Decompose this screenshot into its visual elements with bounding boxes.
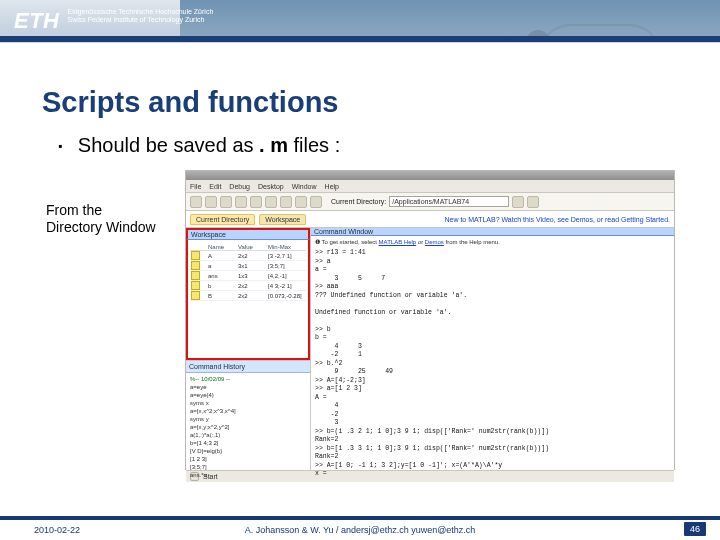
- matlab-titlebar: [186, 171, 674, 180]
- ws-row[interactable]: b2x2[4 3;-2 1]: [190, 281, 306, 291]
- ws-cell: A: [208, 253, 238, 259]
- hist-line: [3;5;7]: [190, 463, 306, 471]
- hist-line: ans.*a: [190, 471, 306, 479]
- curdir-label: Current Directory:: [331, 198, 386, 205]
- open-file-icon[interactable]: [205, 196, 217, 208]
- ws-cell: [3 -2,7 1]: [268, 253, 304, 259]
- ws-cell: [0.073,-0.28]: [268, 293, 304, 299]
- workspace-pane: Workspace Name Value Min-Max A2x2[3 -2,7…: [186, 228, 310, 360]
- bullet-1-bold: . m: [259, 134, 288, 156]
- caption-l1: From the: [46, 202, 156, 219]
- browse-folder-icon[interactable]: [512, 196, 524, 208]
- bullet-1-pre: Should be saved as: [78, 134, 254, 156]
- ws-col-value: Value: [238, 244, 268, 250]
- new-file-icon[interactable]: [190, 196, 202, 208]
- eth-logo-line1: Eidgenössische Technische Hochschule Zür…: [68, 8, 214, 16]
- paste-icon[interactable]: [250, 196, 262, 208]
- hist-line: a=[x,y;x^2,y^2]: [190, 423, 306, 431]
- ws-col-name: Name: [208, 244, 238, 250]
- demos-link[interactable]: Demos: [425, 239, 444, 245]
- undo-icon[interactable]: [265, 196, 277, 208]
- ws-cell: b: [208, 283, 238, 289]
- intro-post: from the Help menu.: [446, 239, 500, 245]
- command-history-pane: Command History %-- 10/02/09 -- a=eye a=…: [186, 360, 310, 470]
- menu-file[interactable]: File: [190, 183, 201, 190]
- matlab-help-link[interactable]: MATLAB Help: [379, 239, 417, 245]
- menu-window[interactable]: Window: [292, 183, 317, 190]
- variable-icon: [191, 261, 200, 270]
- footer-authors: A. Johansson & W. Yu / andersj@ethz.ch y…: [245, 525, 476, 535]
- ws-cell: ans: [208, 273, 238, 279]
- up-folder-icon[interactable]: [527, 196, 539, 208]
- hist-line: a=eye(4): [190, 391, 306, 399]
- help-icon[interactable]: [310, 196, 322, 208]
- ws-col-range: Min-Max: [268, 244, 304, 250]
- bullet-list: Should be saved as . m files :: [58, 134, 340, 157]
- ws-row[interactable]: B2x2[0.073,-0.28]: [190, 291, 306, 301]
- intro-pre: To get started, select: [322, 239, 379, 245]
- ws-cell: [4 3;-2 1]: [268, 283, 304, 289]
- menu-edit[interactable]: Edit: [209, 183, 221, 190]
- getting-started-banner: ❶ To get started, select MATLAB Help or …: [311, 236, 674, 247]
- footer-date: 2010-02-22: [34, 525, 80, 535]
- eth-logo-line2: Swiss Federal Institute of Technology Zu…: [68, 16, 214, 24]
- menu-desktop[interactable]: Desktop: [258, 183, 284, 190]
- eth-logo: ETH Eidgenössische Technische Hochschule…: [14, 8, 213, 34]
- menu-help[interactable]: Help: [325, 183, 339, 190]
- hist-line: a=eye: [190, 383, 306, 391]
- redo-icon[interactable]: [280, 196, 292, 208]
- ws-cell: 2x2: [238, 293, 268, 299]
- tab-current-directory[interactable]: Current Directory: [190, 214, 255, 225]
- hist-line: syms x: [190, 399, 306, 407]
- tab-workspace[interactable]: Workspace: [259, 214, 306, 225]
- eth-logo-text: Eidgenössische Technische Hochschule Zür…: [68, 8, 214, 24]
- hist-line: %-- 10/02/09 --: [190, 375, 306, 383]
- matlab-window: File Edit Debug Desktop Window Help Curr…: [185, 170, 675, 470]
- ws-cell: [4,2,-1]: [268, 273, 304, 279]
- hist-line: a=[x,x^2;x^3,x^4]: [190, 407, 306, 415]
- eth-logo-mark: ETH: [14, 8, 60, 34]
- command-history-body[interactable]: %-- 10/02/09 -- a=eye a=eye(4) syms x a=…: [186, 373, 310, 481]
- ws-cell: 2x2: [238, 253, 268, 259]
- slide-footer: 2010-02-22 A. Johansson & W. Yu / anders…: [0, 516, 720, 540]
- hist-line: a(1,:)*a(:,1): [190, 431, 306, 439]
- matlab-panes: Workspace Name Value Min-Max A2x2[3 -2,7…: [186, 228, 674, 470]
- simulink-icon[interactable]: [295, 196, 307, 208]
- slide-banner: ETH Eidgenössische Technische Hochschule…: [0, 0, 720, 68]
- command-window-body[interactable]: >> r13 = 1:41 >> a a = 3 5 7 >> aaa ??? …: [311, 247, 674, 481]
- ws-row[interactable]: ans1x3[4,2,-1]: [190, 271, 306, 281]
- slide-title: Scripts and functions: [42, 86, 338, 119]
- caption-l2: Directory Window: [46, 219, 156, 236]
- workspace-header: Workspace: [186, 228, 310, 240]
- slide: ETH Eidgenössische Technische Hochschule…: [0, 0, 720, 540]
- ws-row[interactable]: A2x2[3 -2,7 1]: [190, 251, 306, 261]
- variable-icon: [191, 281, 200, 290]
- ws-row[interactable]: a3x1[3;5;7]: [190, 261, 306, 271]
- cut-icon[interactable]: [220, 196, 232, 208]
- curdir-value: /Applications/MATLAB74: [392, 198, 469, 205]
- command-history-header: Command History: [186, 361, 310, 373]
- intro-mid: or: [418, 239, 425, 245]
- bullet-1-post: files :: [294, 134, 341, 156]
- bullet-1: Should be saved as . m files :: [58, 134, 340, 156]
- command-window-header: Command Window: [311, 228, 674, 236]
- menu-debug[interactable]: Debug: [229, 183, 250, 190]
- ws-cell: 2x2: [238, 283, 268, 289]
- left-column: Workspace Name Value Min-Max A2x2[3 -2,7…: [186, 228, 311, 470]
- right-column: Command Window ❶ To get started, select …: [311, 228, 674, 470]
- current-directory-control: Current Directory: /Applications/MATLAB7…: [331, 196, 539, 208]
- matlab-toolbar: Current Directory: /Applications/MATLAB7…: [186, 193, 674, 211]
- hist-line: [1 2 3]: [190, 455, 306, 463]
- getting-started-link[interactable]: New to MATLAB? Watch this Video, see Dem…: [444, 216, 670, 223]
- ws-cell: a: [208, 263, 238, 269]
- shortcuts-bar: Current Directory Workspace New to MATLA…: [186, 211, 674, 228]
- variable-icon: [191, 251, 200, 260]
- caption: From the Directory Window: [46, 202, 156, 236]
- workspace-table: Name Value Min-Max A2x2[3 -2,7 1] a3x1[3…: [190, 244, 306, 301]
- ws-cell: [3;5;7]: [268, 263, 304, 269]
- ws-cell: 3x1: [238, 263, 268, 269]
- curdir-field[interactable]: /Applications/MATLAB74: [389, 196, 509, 207]
- copy-icon[interactable]: [235, 196, 247, 208]
- hist-line: [V D]=eig(b): [190, 447, 306, 455]
- hist-line: b=[1 4;3 2]: [190, 439, 306, 447]
